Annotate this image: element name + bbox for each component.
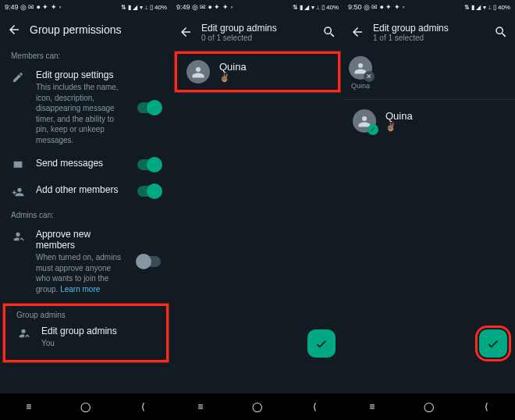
status-left-icons: ◎ ✉ ● ✦ ✦ ◦ [364, 3, 405, 11]
statusbar: 9:49◎ ✉ ● ✦ ✦ ◦ ⇅ ▮ ◢ ▾ ⟂ ▯40% [0, 0, 172, 14]
home-button[interactable]: ◯ [70, 401, 101, 412]
phone-select-1: 9:50◎ ✉ ● ✦ ✦ ◦ ⇅ ▮ ◢ ▾ ⟂ ▯40% Edit grou… [343, 0, 515, 420]
row-edit-settings[interactable]: Edit group settings This includes the na… [0, 63, 172, 151]
toggle-send-messages[interactable] [137, 159, 161, 170]
appbar: Group permissions [0, 14, 172, 45]
selected-check-icon: ✓ [368, 124, 378, 135]
group-admins-block-highlight: Group admins Edit group admins You [3, 304, 169, 362]
chat-icon [11, 158, 25, 172]
confirm-fab[interactable] [307, 329, 336, 358]
add-members-title: Add other members [36, 184, 126, 195]
avatar [186, 60, 210, 84]
phone-permissions: 9:49◎ ✉ ● ✦ ✦ ◦ ⇅ ▮ ◢ ▾ ⟂ ▯40% Group per… [0, 0, 172, 420]
row-edit-group-admins[interactable]: Edit group admins You [5, 322, 166, 355]
edit-settings-desc: This includes the name, icon, descriptio… [36, 82, 126, 145]
back-icon[interactable] [350, 24, 365, 40]
search-icon[interactable] [321, 24, 337, 40]
contact-row-quina[interactable]: Quina ✌🏽 [177, 54, 338, 90]
content: Quina ✌🏽 [172, 50, 343, 393]
page-subtitle: 0 of 1 selected [201, 34, 314, 42]
contact-status: ✌🏽 [385, 122, 413, 132]
android-navbar: ≡ ◯ ⟨ [172, 393, 343, 420]
status-time: 9:50 [348, 3, 362, 11]
appbar: Edit group admins 1 of 1 selected [343, 14, 515, 50]
selected-chip-quina[interactable]: ✕ Quina [343, 50, 378, 96]
toggle-add-members[interactable] [137, 186, 161, 197]
appbar: Edit group admins 0 of 1 selected [172, 14, 343, 50]
status-battery: 40% [154, 4, 167, 11]
page-title: Group permissions [30, 23, 122, 36]
avatar: ✕ [349, 56, 372, 80]
approve-icon [11, 229, 25, 243]
status-battery: 40% [326, 4, 339, 11]
contact-row-quina[interactable]: ✓ Quina ✌🏽 [343, 103, 515, 139]
remove-chip-icon[interactable]: ✕ [364, 71, 375, 82]
back-icon[interactable] [178, 24, 194, 40]
content: Members can: Edit group settings This in… [0, 45, 172, 393]
android-navbar: ≡ ◯ ⟨ [0, 393, 172, 420]
avatar: ✓ [353, 109, 376, 133]
contact-name: Quina [385, 110, 413, 122]
chip-name: Quina [351, 82, 370, 90]
android-navbar: ≡ ◯ ⟨ [343, 393, 515, 420]
send-messages-title: Send messages [36, 158, 126, 169]
admins-label: Admins can: [0, 205, 172, 222]
contact-status: ✌🏽 [219, 73, 247, 83]
recent-apps-button[interactable]: ≡ [185, 401, 216, 412]
learn-more-link[interactable]: Learn more [60, 285, 100, 294]
admins-icon [16, 326, 30, 340]
edit-admins-title: Edit group admins [41, 326, 155, 336]
row-approve-members[interactable]: Approve new members When turned on, admi… [0, 222, 172, 301]
edit-admins-sub: You [41, 338, 155, 349]
home-button[interactable]: ◯ [414, 401, 445, 412]
contact-name: Quina [219, 61, 247, 73]
status-time: 9:49 [176, 3, 190, 11]
search-icon[interactable] [493, 24, 509, 40]
status-time: 9:49 [5, 3, 19, 11]
status-battery: 40% [498, 4, 510, 11]
back-icon[interactable] [6, 22, 22, 37]
phone-select-0: 9:49◎ ✉ ● ✦ ✦ ◦ ⇅ ▮ ◢ ▾ ⟂ ▯40% Edit grou… [172, 0, 343, 420]
divider [343, 99, 515, 100]
status-right-icons: ⇅ ▮ ◢ ▾ ⟂ ▯ [464, 4, 496, 11]
toggle-approve-members[interactable] [137, 256, 161, 267]
status-right-icons: ⇅ ▮ ◢ ▾ ⟂ ▯ [293, 4, 325, 11]
status-left-icons: ◎ ✉ ● ✦ ✦ ◦ [192, 3, 233, 11]
toggle-edit-settings[interactable] [137, 102, 161, 113]
content: ✕ Quina ✓ Quina ✌🏽 [343, 50, 515, 393]
statusbar: 9:50◎ ✉ ● ✦ ✦ ◦ ⇅ ▮ ◢ ▾ ⟂ ▯40% [343, 0, 515, 14]
row-add-members[interactable]: Add other members [0, 178, 172, 205]
members-label: Members can: [0, 45, 172, 63]
recent-apps-button[interactable]: ≡ [357, 401, 388, 412]
back-button[interactable]: ⟨ [299, 401, 330, 412]
contact-row-highlight: Quina ✌🏽 [175, 52, 340, 92]
status-left-icons: ◎ ✉ ● ✦ ✦ ◦ [20, 3, 62, 11]
statusbar: 9:49◎ ✉ ● ✦ ✦ ◦ ⇅ ▮ ◢ ▾ ⟂ ▯40% [172, 0, 343, 14]
page-title: Edit group admins [201, 23, 314, 34]
page-subtitle: 1 of 1 selected [373, 34, 485, 42]
page-title: Edit group admins [373, 23, 485, 34]
pencil-icon [11, 69, 25, 84]
group-admins-label: Group admins [5, 306, 166, 322]
back-button[interactable]: ⟨ [471, 401, 502, 412]
add-person-icon [11, 184, 25, 198]
confirm-fab[interactable] [479, 329, 507, 358]
row-send-messages[interactable]: Send messages [0, 151, 172, 178]
approve-title: Approve new members [36, 229, 126, 251]
recent-apps-button[interactable]: ≡ [13, 401, 44, 412]
home-button[interactable]: ◯ [242, 401, 273, 412]
status-right-icons: ⇅ ▮ ◢ ▾ ⟂ ▯ [121, 4, 153, 11]
edit-settings-title: Edit group settings [36, 69, 126, 80]
back-button[interactable]: ⟨ [127, 401, 158, 412]
